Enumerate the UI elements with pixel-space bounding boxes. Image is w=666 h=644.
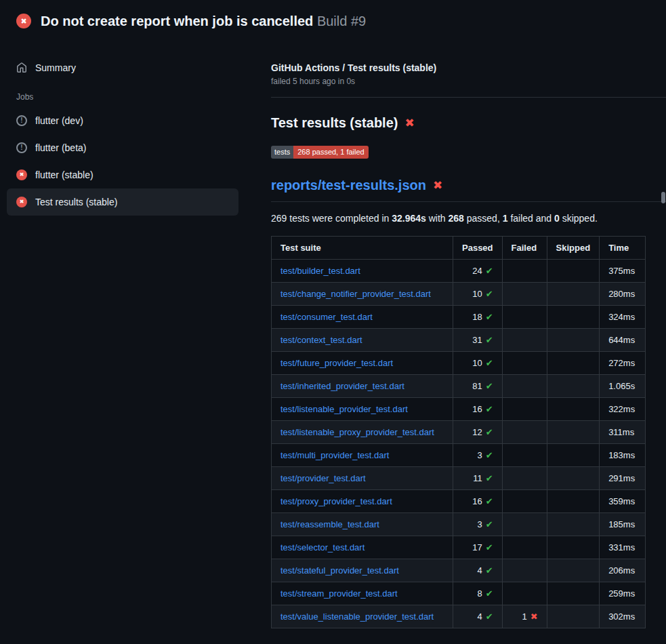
passed-cell: 16✔: [453, 490, 503, 513]
home-icon: [16, 62, 27, 73]
time-cell: 644ms: [600, 329, 646, 352]
failed-cell: [502, 329, 547, 352]
table-row: test/consumer_test.dart 18✔ 324ms: [272, 306, 646, 329]
sidebar-item-summary[interactable]: Summary: [7, 54, 238, 81]
check-icon: ✔: [486, 289, 493, 299]
suite-cell: test/reassemble_test.dart: [272, 513, 453, 536]
job-label: Test results (stable): [35, 197, 117, 207]
summary-segment: passed,: [464, 213, 503, 224]
passed-value: 18: [472, 312, 482, 322]
failed-cell: 1✖: [502, 605, 547, 628]
section-title-text: Test results (stable): [271, 115, 398, 131]
table-row: test/inherited_provider_test.dart 81✔ 1.…: [272, 375, 646, 398]
table-row: test/stateful_provider_test.dart 4✔ 206m…: [272, 559, 646, 582]
results-table-body: test/builder_test.dart 24✔ 375ms test/ch…: [272, 260, 646, 628]
table-row: test/proxy_provider_test.dart 16✔ 359ms: [272, 490, 646, 513]
skipped-cell: [547, 306, 600, 329]
report-file-link[interactable]: reports/test-results.json: [271, 178, 426, 193]
suite-cell: test/consumer_test.dart: [272, 306, 453, 329]
failed-cell: [502, 582, 547, 605]
table-row: test/provider_test.dart 11✔ 291ms: [272, 467, 646, 490]
suite-link[interactable]: test/reassemble_test.dart: [280, 519, 379, 529]
skipped-cell: [547, 283, 600, 306]
suite-link[interactable]: test/inherited_provider_test.dart: [280, 381, 404, 391]
sidebar-job-item[interactable]: ✖ Test results (stable): [7, 188, 238, 216]
suite-link[interactable]: test/provider_test.dart: [280, 473, 366, 483]
col-passed: Passed: [453, 237, 503, 260]
summary-segment: skipped.: [560, 213, 598, 224]
failed-cell: [502, 352, 547, 375]
sidebar-job-item[interactable]: ! flutter (beta): [7, 134, 238, 161]
header-divider: [271, 97, 666, 98]
suite-link[interactable]: test/future_provider_test.dart: [280, 358, 393, 368]
suite-link[interactable]: test/listenable_provider_test.dart: [280, 404, 408, 414]
failed-cell: [502, 559, 547, 582]
check-icon: ✔: [486, 427, 493, 437]
suite-link[interactable]: test/stateful_provider_test.dart: [280, 565, 399, 576]
job-status-icon: ✖: [16, 197, 27, 207]
failed-cell: [502, 490, 547, 513]
time-cell: 291ms: [600, 467, 646, 490]
results-table: Test suite Passed Failed Skipped Time te…: [271, 236, 646, 628]
skipped-cell: [547, 421, 600, 444]
suite-link[interactable]: test/consumer_test.dart: [280, 312, 373, 322]
suite-link[interactable]: test/stream_provider_test.dart: [280, 588, 398, 599]
skipped-cell: [547, 352, 600, 375]
failed-status-icon: ✖: [16, 14, 31, 28]
passed-cell: 4✔: [453, 605, 503, 628]
suite-link[interactable]: test/proxy_provider_test.dart: [280, 496, 392, 506]
tests-badge: tests 268 passed, 1 failed: [271, 146, 369, 159]
run-header: ✖ Do not create report when job is cance…: [0, 0, 666, 38]
time-cell: 311ms: [600, 421, 646, 444]
suite-cell: test/context_test.dart: [272, 329, 453, 352]
check-icon: ✔: [486, 381, 493, 391]
suite-cell: test/builder_test.dart: [272, 260, 453, 283]
failed-cell: [502, 444, 547, 467]
badge-value: 268 passed, 1 failed: [293, 146, 368, 159]
suite-link[interactable]: test/value_listenable_provider_test.dart: [280, 611, 434, 622]
suite-link[interactable]: test/multi_provider_test.dart: [280, 450, 389, 460]
summary-segment: 0: [554, 213, 560, 224]
suite-cell: test/inherited_provider_test.dart: [272, 375, 453, 398]
time-value: 324ms: [608, 312, 635, 322]
suite-cell: test/proxy_provider_test.dart: [272, 490, 453, 513]
skipped-cell: [547, 398, 600, 421]
build-number: Build #9: [317, 14, 366, 28]
passed-cell: 18✔: [453, 306, 503, 329]
suite-link[interactable]: test/context_test.dart: [280, 335, 362, 345]
passed-cell: 10✔: [453, 352, 503, 375]
col-failed: Failed: [502, 237, 547, 260]
sidebar: Summary Jobs ! flutter (dev) ! flutter (…: [0, 38, 271, 216]
table-row: test/selector_test.dart 17✔ 331ms: [272, 536, 646, 559]
suite-link[interactable]: test/selector_test.dart: [280, 542, 365, 552]
scrollbar-thumb[interactable]: [661, 192, 665, 203]
skipped-cell: [547, 260, 600, 283]
suite-link[interactable]: test/change_notifier_provider_test.dart: [280, 289, 431, 299]
run-status-line: failed 5 hours ago in 0s: [271, 77, 666, 86]
main-content: GitHub Actions / Test results (stable) f…: [271, 38, 666, 628]
table-row: test/multi_provider_test.dart 3✔ 183ms: [272, 444, 646, 467]
passed-cell: 3✔: [453, 513, 503, 536]
table-row: test/listenable_provider_test.dart 16✔ 3…: [272, 398, 646, 421]
passed-cell: 17✔: [453, 536, 503, 559]
table-row: test/builder_test.dart 24✔ 375ms: [272, 260, 646, 283]
badge-label: tests: [271, 146, 293, 159]
job-label: flutter (stable): [35, 169, 93, 180]
suite-cell: test/future_provider_test.dart: [272, 352, 453, 375]
passed-value: 81: [472, 381, 482, 391]
job-status-icon: !: [16, 115, 27, 126]
sidebar-job-item[interactable]: ! flutter (dev): [7, 107, 238, 134]
failed-cell: [502, 375, 547, 398]
job-label: flutter (beta): [35, 142, 86, 153]
time-cell: 272ms: [600, 352, 646, 375]
report-heading: reports/test-results.json ✖: [271, 178, 666, 202]
suite-cell: test/selector_test.dart: [272, 536, 453, 559]
passed-value: 11: [473, 473, 482, 483]
x-glyph: ✖: [20, 18, 26, 25]
suite-link[interactable]: test/builder_test.dart: [280, 266, 360, 276]
sidebar-job-item[interactable]: ✖ flutter (stable): [7, 161, 238, 188]
passed-cell: 10✔: [453, 283, 503, 306]
time-cell: 359ms: [600, 490, 646, 513]
failed-cell: [502, 467, 547, 490]
suite-link[interactable]: test/listenable_proxy_provider_test.dart: [280, 427, 434, 437]
